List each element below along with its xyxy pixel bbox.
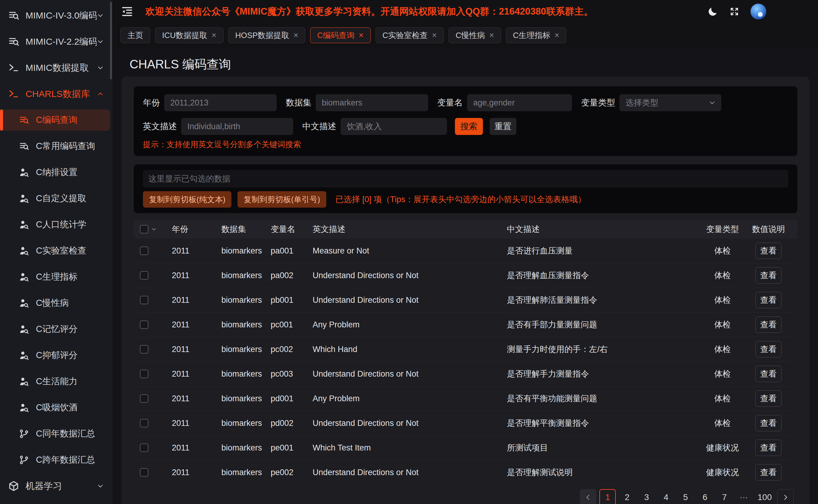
sidebar-item[interactable]: CHARLS数据库 — [0, 81, 112, 107]
fullscreen-icon[interactable] — [729, 6, 740, 17]
search-button[interactable]: 搜索 — [455, 118, 483, 135]
user-avatar[interactable] — [751, 4, 766, 19]
var-type-select[interactable]: 选择类型 — [620, 94, 721, 111]
page-number[interactable]: 1 — [599, 489, 616, 504]
row-checkbox[interactable] — [140, 370, 148, 378]
view-button[interactable]: 查看 — [755, 415, 782, 431]
copy-plain-button[interactable]: 复制到剪切板(纯文本) — [143, 191, 231, 208]
row-checkbox[interactable] — [140, 394, 148, 403]
sidebar-item[interactable]: MIMIC-IV-3.0编码 — [0, 2, 112, 29]
sidebar-item[interactable]: MIMIC-IV-2.2编码 — [0, 29, 112, 55]
sidebar-item[interactable]: C记忆评分 — [0, 316, 112, 342]
view-button[interactable]: 查看 — [755, 316, 782, 333]
desc-zh-cell: 是否有手部力量测量问题 — [507, 319, 706, 330]
page-number[interactable]: 7 — [716, 489, 733, 504]
column-header: 变量类型 — [706, 224, 739, 235]
desc-en-cell: Understand Directions or Not — [312, 295, 507, 305]
view-button[interactable]: 查看 — [755, 292, 782, 308]
close-icon[interactable]: × — [212, 31, 216, 40]
row-select-cell — [134, 296, 172, 304]
tab[interactable]: 主页 — [120, 27, 150, 43]
row-select-cell — [134, 394, 172, 403]
sidebar-item[interactable]: MIMIC数据提取 — [0, 55, 112, 81]
row-checkbox[interactable] — [140, 271, 148, 280]
page-number[interactable]: 3 — [638, 489, 655, 504]
list-search-icon — [19, 141, 29, 151]
tab[interactable]: ICU数据提取 × — [155, 27, 223, 43]
sidebar-item[interactable]: C编码查询 — [0, 109, 110, 131]
close-icon[interactable]: × — [359, 31, 364, 40]
sidebar-scrollbar[interactable] — [110, 2, 112, 79]
view-button[interactable]: 查看 — [755, 341, 782, 357]
view-button[interactable]: 查看 — [755, 243, 782, 259]
page-number[interactable]: 2 — [619, 489, 635, 504]
var-type-cell: 体检 — [714, 393, 731, 404]
copy-quoted-button[interactable]: 复制到剪切板(单引号) — [237, 191, 326, 208]
desc-en-input[interactable] — [181, 118, 293, 135]
sidebar-item[interactable]: C抑郁评分 — [0, 342, 112, 368]
desc-zh-cell: 是否有平衡功能测量问题 — [507, 393, 706, 404]
page-number[interactable]: 4 — [658, 489, 674, 504]
row-checkbox[interactable] — [140, 296, 148, 304]
page-number[interactable]: 100 — [755, 489, 774, 504]
sidebar-item[interactable]: C人口统计学 — [0, 212, 112, 238]
row-checkbox[interactable] — [140, 444, 148, 452]
table-row: 2011 biomarkers pa002 Understand Directi… — [134, 263, 797, 288]
row-checkbox[interactable] — [140, 419, 148, 427]
prev-page-button[interactable] — [580, 489, 596, 504]
sidebar-item[interactable]: C跨年数据汇总 — [0, 447, 112, 473]
variable-input[interactable] — [467, 94, 572, 111]
collapse-sidebar-icon[interactable] — [120, 5, 134, 18]
tab[interactable]: C实验室检查 × — [375, 27, 444, 43]
sidebar-item[interactable]: 机器学习 — [0, 473, 112, 499]
row-checkbox[interactable] — [140, 320, 148, 329]
close-icon[interactable]: × — [432, 31, 437, 40]
year-cell: 2011 — [172, 295, 221, 305]
sidebar-item[interactable]: C生理指标 — [0, 264, 112, 290]
view-button[interactable]: 查看 — [755, 366, 782, 382]
next-page-button[interactable] — [777, 489, 794, 504]
page-number[interactable]: 5 — [677, 489, 694, 504]
year-input[interactable] — [164, 94, 277, 111]
list-search-icon — [8, 36, 19, 47]
sidebar-item[interactable]: C同年数据汇总 — [0, 421, 112, 447]
close-icon[interactable]: × — [293, 31, 298, 40]
view-button[interactable]: 查看 — [755, 390, 782, 407]
desc-zh-input[interactable] — [340, 118, 447, 135]
sidebar-item-label: MIMIC-IV-3.0编码 — [26, 9, 97, 22]
tab[interactable]: HOSP数据提取 × — [228, 27, 305, 43]
select-all-checkbox[interactable] — [140, 225, 148, 233]
desc-zh-cell: 是否理解肺活量测量指令 — [507, 295, 706, 306]
sidebar-item[interactable]: C常用编码查询 — [0, 133, 112, 159]
reset-button[interactable]: 重置 — [490, 118, 516, 135]
page-number[interactable]: 6 — [697, 489, 713, 504]
row-checkbox[interactable] — [140, 247, 148, 255]
sidebar-item[interactable]: C实验室检查 — [0, 238, 112, 264]
sidebar-item[interactable]: C自定义提取 — [0, 185, 112, 212]
view-button[interactable]: 查看 — [755, 267, 782, 284]
moon-icon[interactable] — [707, 6, 718, 17]
sidebar-item[interactable]: C纳排设置 — [0, 159, 112, 185]
view-button[interactable]: 查看 — [755, 440, 782, 456]
page-number[interactable]: ⋯ — [736, 489, 752, 504]
close-icon[interactable]: × — [489, 31, 494, 40]
desc-zh-cell: 是否理解手力测量指令 — [507, 368, 706, 379]
chevron-left-icon — [584, 493, 592, 501]
view-button[interactable]: 查看 — [755, 464, 782, 481]
row-checkbox[interactable] — [140, 468, 148, 477]
sidebar-item[interactable]: C慢性病 — [0, 290, 112, 316]
tab[interactable]: C生理指标 × — [506, 27, 567, 43]
var-type-cell: 体检 — [714, 368, 731, 379]
tab[interactable]: C慢性病 × — [449, 27, 501, 43]
page-title: CHARLS 编码查询 — [129, 56, 818, 73]
desc-en-cell: Which Hand — [312, 345, 507, 354]
sidebar-item[interactable]: C吸烟饮酒 — [0, 395, 112, 421]
tab[interactable]: C编码查询 × — [310, 27, 371, 43]
row-checkbox[interactable] — [140, 345, 148, 354]
close-icon[interactable]: × — [555, 31, 560, 40]
sidebar-item[interactable]: C生活能力 — [0, 368, 112, 395]
tab-label: C实验室检查 — [382, 30, 428, 41]
chevron-down-icon[interactable] — [151, 226, 157, 232]
desc-zh-label: 中文描述 — [302, 121, 336, 132]
dataset-input[interactable] — [316, 94, 428, 111]
